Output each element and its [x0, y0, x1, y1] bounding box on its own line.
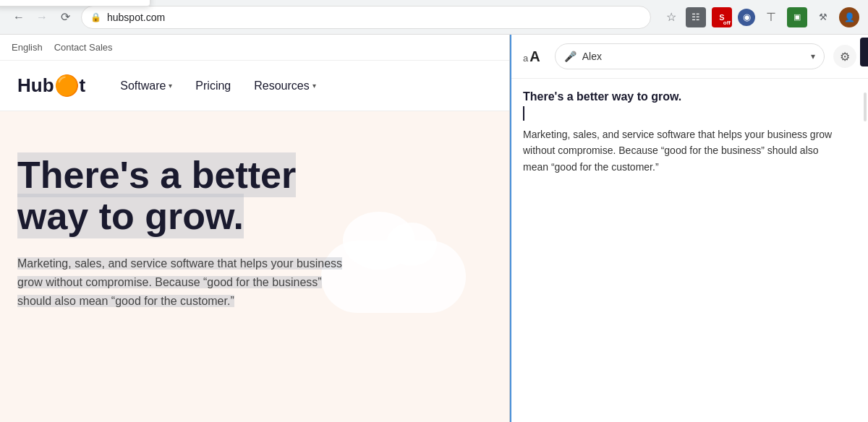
ext-puzzle-icon[interactable]: ⚒ [813, 7, 833, 27]
ext-s-icon[interactable]: Soff [712, 7, 732, 27]
hero-section: There's a better way to grow. Marketing,… [0, 111, 509, 327]
resources-label: Resources [254, 79, 309, 92]
ext-green-icon[interactable]: ▣ [787, 7, 807, 27]
topbar-items: English Contact Sales [12, 42, 113, 53]
back-tooltip: Click to go back, hold to see history [0, 0, 150, 7]
browser-actions: ☆ ☷ Soff ◉ ⊤ ▣ ⚒ 👤 [663, 7, 859, 27]
assistant-header: a A 🎤 Alex ▾ ⚙ [511, 35, 868, 79]
assistant-panel: a A 🎤 Alex ▾ ⚙ There's a better way to g… [510, 35, 868, 422]
topbar-contact-sales[interactable]: Contact Sales [54, 42, 113, 53]
assistant-search-bar[interactable]: 🎤 Alex ▾ [555, 43, 825, 69]
address-bar[interactable]: 🔒 hubspot.com Click to go back, hold to … [81, 6, 651, 29]
software-label: Software [120, 79, 166, 92]
main-area: English Contact Sales Hub🟠t Software ▾ P… [0, 35, 868, 422]
right-edge-tab[interactable] [860, 38, 868, 66]
content-divider [523, 106, 524, 121]
nav-buttons: ← → ⟳ [9, 7, 75, 27]
topbar-english[interactable]: English [12, 42, 43, 53]
expand-chevron-icon[interactable]: ▾ [811, 51, 815, 61]
bookmark-icon[interactable]: ☆ [663, 9, 680, 26]
logo-hub: Hub [17, 74, 54, 97]
font-large-label: A [529, 48, 540, 65]
hero-subtext-text: Marketing, sales, and service software t… [17, 257, 342, 306]
hero-headline-line1: There's a better [17, 152, 296, 197]
logo-spot: 🟠 [54, 76, 80, 96]
url-text: hubspot.com [107, 12, 642, 23]
software-chevron-icon: ▾ [169, 82, 172, 90]
website-panel: English Contact Sales Hub🟠t Software ▾ P… [0, 35, 510, 422]
settings-button[interactable]: ⚙ [833, 45, 856, 68]
browser-chrome: ← → ⟳ 🔒 hubspot.com Click to go back, ho… [0, 0, 868, 35]
back-button[interactable]: ← [9, 7, 29, 27]
software-nav-link[interactable]: Software ▾ [120, 79, 172, 92]
cloud-decoration [321, 241, 466, 313]
hero-subtext: Marketing, sales, and service software t… [17, 254, 343, 310]
resources-chevron-icon: ▾ [312, 82, 316, 90]
hero-headline: There's a better way to grow. [17, 155, 307, 237]
reload-button[interactable]: ⟳ [55, 7, 75, 27]
pricing-label: Pricing [195, 79, 231, 92]
assistant-content-headline: There's a better way to grow. [523, 90, 856, 103]
ext-o-icon[interactable]: ◉ [738, 9, 755, 26]
forward-button[interactable]: → [32, 7, 52, 27]
assistant-name: Alex [582, 51, 805, 62]
microphone-icon[interactable]: 🎤 [564, 51, 576, 62]
gear-icon: ⚙ [840, 50, 850, 64]
site-navbar: Hub🟠t Software ▾ Pricing Resources ▾ [0, 61, 509, 111]
scrollbar-hint [864, 92, 867, 121]
logo-ot: t [80, 74, 86, 97]
lock-icon: 🔒 [90, 12, 101, 22]
ext-u-icon[interactable]: ⊤ [761, 7, 781, 27]
assistant-content-body: Marketing, sales, and service software t… [523, 126, 841, 175]
ext-grid-icon[interactable]: ☷ [686, 7, 706, 27]
user-avatar[interactable]: 👤 [839, 7, 859, 27]
font-small-label: a [523, 53, 528, 64]
site-topbar: English Contact Sales [0, 35, 509, 61]
hero-headline-line2: way to grow. [17, 194, 244, 238]
resources-nav-link[interactable]: Resources ▾ [254, 79, 315, 92]
font-size-control[interactable]: a A [523, 48, 540, 65]
hubspot-logo[interactable]: Hub🟠t [17, 74, 85, 97]
pricing-nav-link[interactable]: Pricing [195, 79, 231, 92]
assistant-content: There's a better way to grow. Marketing,… [511, 79, 868, 422]
